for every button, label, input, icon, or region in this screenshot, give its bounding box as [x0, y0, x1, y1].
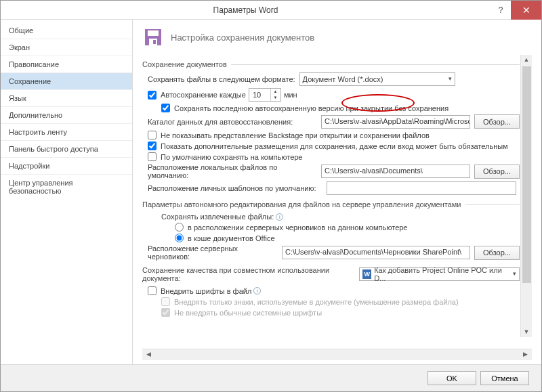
ok-button[interactable]: OK	[428, 371, 476, 385]
show-addl-checkbox[interactable]	[148, 141, 157, 150]
word-doc-icon: W	[362, 269, 371, 279]
dialog-footer: OK Отмена	[1, 364, 541, 391]
keep-last-checkbox[interactable]	[161, 104, 170, 112]
autosave-unit: мин	[284, 91, 297, 99]
close-button[interactable]: ✕	[511, 1, 541, 20]
local-default-input[interactable]: C:\Users\v-alvasi\Documents\	[321, 165, 470, 178]
sidebar-item-display[interactable]: Экран	[1, 39, 132, 56]
scroll-right-icon[interactable]: ▶	[520, 351, 530, 360]
chevron-down-icon: ▾	[449, 75, 452, 82]
page-title: Настройка сохранения документов	[171, 32, 314, 43]
sidebar-item-addins[interactable]: Надстройки	[1, 157, 132, 174]
sidebar-item-qat[interactable]: Панель быстрого доступа	[1, 140, 132, 157]
info-icon[interactable]: i	[276, 213, 283, 221]
format-label: Сохранять файлы в следующем формате:	[148, 75, 295, 83]
drafts-label: Расположение серверных черновиков:	[148, 244, 278, 261]
server-drafts-radio[interactable]	[175, 223, 184, 232]
autosave-label: Автосохранение каждые	[161, 91, 246, 99]
save-to-label: Сохранять извлеченные файлы:	[161, 213, 274, 221]
sidebar-item-ribbon[interactable]: Настроить ленту	[1, 123, 132, 140]
drafts-browse-button[interactable]: Обзор...	[474, 246, 520, 260]
no-backstage-label: Не показывать представление Backstage пр…	[161, 131, 430, 139]
sidebar-item-advanced[interactable]: Дополнительно	[1, 106, 132, 123]
sidebar-item-proofing[interactable]: Правописание	[1, 56, 132, 72]
default-pc-label: По умолчанию сохранять на компьютере	[161, 153, 302, 161]
horizontal-scrollbar[interactable]: ◀ ▶	[142, 349, 532, 360]
scroll-down-icon[interactable]: ▼	[521, 327, 532, 337]
autosave-minutes-spinner[interactable]: 10 ▲▼	[249, 88, 281, 102]
section-quality: Сохранение качества при совместном испол…	[142, 266, 520, 282]
office-cache-label: в кэше документов Office	[188, 234, 275, 242]
recover-path-input[interactable]: C:\Users\v-alvasi\AppData\Roaming\Micros…	[321, 115, 470, 129]
office-cache-radio[interactable]	[175, 234, 184, 242]
recover-browse-button[interactable]: Обзор...	[474, 114, 520, 129]
section-save-docs: Сохранение документов	[142, 60, 520, 68]
local-default-label: Расположение локальных файлов по умолчан…	[148, 163, 317, 179]
embed-sys-label: Не внедрять обычные системные шрифты	[174, 309, 322, 317]
sidebar-item-language[interactable]: Язык	[1, 89, 132, 106]
sidebar: Общие Экран Правописание Сохранение Язык…	[1, 20, 133, 364]
no-backstage-checkbox[interactable]	[148, 131, 157, 139]
spinner-up[interactable]: ▲	[270, 89, 280, 95]
format-select[interactable]: Документ Word (*.docx)▾	[299, 72, 455, 86]
svg-rect-3	[153, 40, 156, 44]
vertical-scrollbar[interactable]: ▲ ▼	[520, 55, 532, 337]
help-button[interactable]: ?	[491, 1, 511, 20]
templates-label: Расположение личных шаблонов по умолчани…	[148, 184, 322, 192]
embed-used-label: Внедрять только знаки, используемые в до…	[174, 298, 459, 306]
drafts-path-input[interactable]: C:\Users\v-alvasi\Documents\Черновики Sh…	[282, 246, 470, 259]
scroll-left-icon[interactable]: ◀	[144, 351, 154, 360]
chevron-down-icon: ▾	[513, 270, 516, 277]
server-drafts-label: в расположении серверных черновиков на д…	[188, 223, 407, 232]
embed-fonts-checkbox[interactable]	[148, 286, 157, 295]
quality-doc-select[interactable]: W Как добавить Project Online POC или D.…	[359, 267, 520, 281]
section-offline: Параметры автономного редактирования для…	[142, 200, 520, 209]
local-default-browse-button[interactable]: Обзор...	[474, 165, 520, 179]
window-title: Параметры Word	[1, 5, 491, 15]
info-icon[interactable]: i	[253, 287, 261, 295]
embed-fonts-label: Внедрить шрифты в файл	[161, 287, 251, 295]
sidebar-item-general[interactable]: Общие	[1, 22, 132, 39]
sidebar-item-trust[interactable]: Центр управления безопасностью	[1, 174, 132, 199]
scroll-thumb[interactable]	[522, 66, 531, 283]
svg-rect-1	[148, 30, 159, 36]
sidebar-item-save[interactable]: Сохранение	[1, 72, 132, 89]
spinner-down[interactable]: ▼	[270, 95, 280, 101]
autosave-checkbox[interactable]	[148, 91, 157, 100]
embed-used-checkbox	[161, 297, 170, 306]
embed-sys-checkbox	[161, 308, 170, 317]
templates-input[interactable]	[327, 181, 516, 195]
scroll-up-icon[interactable]: ▲	[521, 55, 532, 65]
cancel-button[interactable]: Отмена	[480, 371, 529, 385]
default-pc-checkbox[interactable]	[148, 152, 157, 161]
titlebar: Параметры Word ? ✕	[1, 1, 541, 20]
save-icon	[142, 26, 164, 48]
recover-label: Каталог данных для автовосстановления:	[148, 118, 317, 126]
keep-last-label: Сохранять последнюю автосохраненную верс…	[174, 104, 449, 112]
show-addl-label: Показать дополнительные размещения для с…	[161, 142, 508, 150]
